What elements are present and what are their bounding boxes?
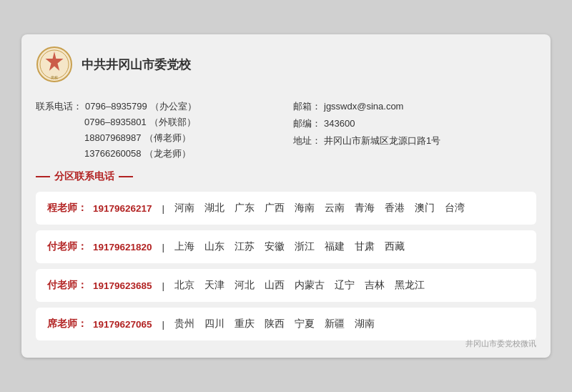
region-area-0-3: 广西 <box>265 202 285 215</box>
email-label: 邮箱： <box>293 100 321 113</box>
contact-left: 联系电话： 0796–8935799 （办公室） 0796–8935801 （外… <box>36 100 279 160</box>
region-area-0-6: 青海 <box>355 202 375 215</box>
region-area-1-6: 甘肃 <box>355 240 375 253</box>
org-logo: 党校 <box>36 46 73 83</box>
separator-0: | <box>162 203 165 214</box>
teacher-phone-2: 19179623685 <box>93 280 152 291</box>
phone-row-1: 联系电话： 0796–8935799 （办公室） <box>36 100 279 113</box>
region-block-3: 席老师：19179627065|贵州四川重庆陕西宁夏新疆湖南 <box>36 308 536 340</box>
regions-2: 北京天津河北山西内蒙古辽宁吉林黑龙江 <box>174 279 425 292</box>
contact-grid: 联系电话： 0796–8935799 （办公室） 0796–8935801 （外… <box>36 100 536 160</box>
region-block-1: 付老师：19179621820|上海山东江苏安徽浙江福建甘肃西藏 <box>36 230 536 263</box>
separator-1: | <box>162 242 165 253</box>
regions-1: 上海山东江苏安徽浙江福建甘肃西藏 <box>174 240 405 253</box>
section-divider: 分区联系电话 <box>36 170 536 183</box>
region-area-2-3: 山西 <box>265 279 285 292</box>
phone2-value: 0796–8935801 <box>84 117 147 127</box>
phone4-note: （龙老师） <box>144 147 191 160</box>
teacher-phone-0: 19179626217 <box>93 203 152 214</box>
zipcode-row: 邮编： 343600 <box>293 117 536 130</box>
header: 党校 中共井冈山市委党校 <box>36 46 536 90</box>
zipcode-label: 邮编： <box>293 117 321 130</box>
teacher-name-0: 程老师： <box>47 202 87 215</box>
region-area-2-7: 黑龙江 <box>395 279 425 292</box>
region-area-1-4: 浙江 <box>295 240 315 253</box>
divider-line-right <box>119 176 133 177</box>
region-area-1-1: 山东 <box>204 240 225 253</box>
teacher-name-2: 付老师： <box>47 279 87 292</box>
region-area-3-0: 贵州 <box>174 318 194 330</box>
section-title: 分区联系电话 <box>54 170 114 183</box>
region-list: 程老师：19179626217|河南湖北广东广西海南云南青海香港澳门台湾付老师：… <box>36 192 536 340</box>
region-area-3-4: 宁夏 <box>295 318 315 330</box>
address-value: 井冈山市新城区龙源口路1号 <box>324 134 440 147</box>
separator-3: | <box>162 319 165 330</box>
phone4-value: 13766260058 <box>84 148 142 159</box>
region-area-1-0: 上海 <box>174 240 194 253</box>
region-area-3-6: 湖南 <box>355 318 375 330</box>
zipcode-value: 343600 <box>324 118 355 129</box>
region-area-2-1: 天津 <box>204 279 225 292</box>
divider-line-left <box>36 176 50 177</box>
address-row: 地址： 井冈山市新城区龙源口路1号 <box>293 134 536 147</box>
phone-label: 联系电话： <box>36 100 82 113</box>
region-area-3-3: 陕西 <box>265 318 285 330</box>
region-area-0-4: 海南 <box>295 202 315 215</box>
region-area-0-5: 云南 <box>325 202 345 215</box>
org-name: 中共井冈山市委党校 <box>82 57 191 73</box>
region-area-2-0: 北京 <box>174 279 194 292</box>
region-area-0-8: 澳门 <box>415 202 435 215</box>
separator-2: | <box>162 280 165 291</box>
phone1-value: 0796–8935799 <box>85 101 147 112</box>
region-area-1-2: 江苏 <box>235 240 255 253</box>
regions-3: 贵州四川重庆陕西宁夏新疆湖南 <box>174 318 375 330</box>
region-area-1-5: 福建 <box>325 240 345 253</box>
region-area-0-7: 香港 <box>385 202 405 215</box>
region-area-0-2: 广东 <box>235 202 255 215</box>
regions-0: 河南湖北广东广西海南云南青海香港澳门台湾 <box>174 202 465 215</box>
region-area-2-2: 河北 <box>235 279 255 292</box>
region-area-1-3: 安徽 <box>265 240 285 253</box>
teacher-phone-3: 19179627065 <box>93 319 152 330</box>
phone1-note: （办公室） <box>150 100 197 113</box>
region-area-3-2: 重庆 <box>235 318 255 330</box>
email-value: jgsswdx@sina.com <box>324 101 403 112</box>
teacher-name-3: 席老师： <box>47 318 87 330</box>
region-block-2: 付老师：19179623685|北京天津河北山西内蒙古辽宁吉林黑龙江 <box>36 269 536 302</box>
region-area-2-5: 辽宁 <box>335 279 355 292</box>
phone-row-4: 13766260058 （龙老师） <box>36 147 279 160</box>
contact-right: 邮箱： jgsswdx@sina.com 邮编： 343600 地址： 井冈山市… <box>293 100 536 160</box>
phone-row-2: 0796–8935801 （外联部） <box>36 116 279 129</box>
region-area-2-4: 内蒙古 <box>295 279 325 292</box>
phone3-value: 18807968987 <box>84 132 142 143</box>
address-label: 地址： <box>293 134 321 147</box>
region-block-0: 程老师：19179626217|河南湖北广东广西海南云南青海香港澳门台湾 <box>36 192 536 225</box>
region-area-1-7: 西藏 <box>385 240 405 253</box>
phone-row-3: 18807968987 （傅老师） <box>36 132 279 144</box>
teacher-phone-1: 19179621820 <box>93 242 152 253</box>
phone3-note: （傅老师） <box>144 132 191 144</box>
phone2-note: （外联部） <box>149 116 196 129</box>
svg-text:党校: 党校 <box>51 75 58 79</box>
region-area-3-1: 四川 <box>204 318 225 330</box>
region-area-0-1: 湖北 <box>204 202 225 215</box>
region-area-0-9: 台湾 <box>445 202 465 215</box>
main-card: 党校 中共井冈山市委党校 联系电话： 0796–8935799 （办公室） 07… <box>21 34 551 358</box>
region-area-2-6: 吉林 <box>365 279 385 292</box>
region-area-0-0: 河南 <box>174 202 194 215</box>
email-row: 邮箱： jgsswdx@sina.com <box>293 100 536 113</box>
region-area-3-5: 新疆 <box>325 318 345 330</box>
teacher-name-1: 付老师： <box>47 240 87 253</box>
